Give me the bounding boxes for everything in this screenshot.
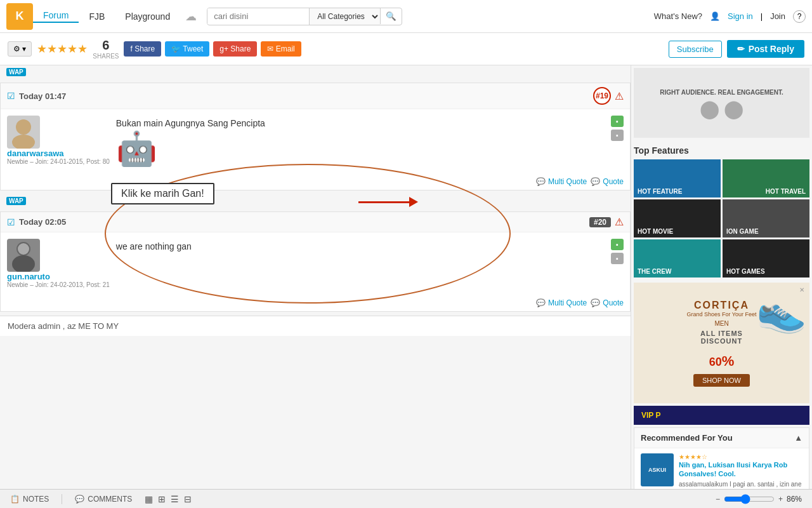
recommended-title: Recommended For You bbox=[641, 433, 733, 443]
top-features-title: Top Features bbox=[634, 143, 809, 159]
zoom-in-icon[interactable]: + bbox=[778, 495, 783, 504]
signin-link[interactable]: Sign in bbox=[728, 11, 753, 21]
feature-the-crew[interactable]: THE CREW bbox=[634, 239, 721, 277]
post-20-green-btn[interactable]: ▪ bbox=[611, 239, 624, 250]
feature-the-crew-label: THE CREW bbox=[638, 268, 671, 275]
rating-stars: ★★★★★ bbox=[37, 42, 88, 56]
post-20-warn-icon: ⚠ bbox=[615, 216, 624, 228]
wap-icon-1: WAP bbox=[6, 68, 26, 76]
nav-forum[interactable]: Forum bbox=[33, 10, 79, 23]
shares-box: 6 SHARES bbox=[93, 38, 119, 60]
post-19-body: danarwarsawa Newbie – Join: 24-01-2015, … bbox=[1, 109, 630, 173]
svg-point-0 bbox=[16, 119, 31, 135]
post-19-warn-icon: ⚠ bbox=[615, 90, 624, 102]
feature-hot-movie[interactable]: HOT MOVIE bbox=[634, 199, 721, 237]
feature-ion-game[interactable]: ION GAME bbox=[723, 199, 809, 237]
page-view-icons: ▦ ⊞ ☰ ⊟ bbox=[145, 494, 192, 504]
join-link[interactable]: Join bbox=[770, 11, 785, 21]
post-19-num-badge[interactable]: #19 bbox=[593, 87, 611, 105]
search-input[interactable] bbox=[207, 8, 309, 24]
feature-hot-feature-label: HOT FEATURE bbox=[638, 188, 682, 195]
post-20-user-info: gun.naruto Newbie – Join: 24-02-2013, Po… bbox=[7, 272, 110, 288]
quote-icon-19: 💬 bbox=[591, 177, 600, 186]
comments-button[interactable]: 💬 COMMENTS bbox=[75, 495, 132, 504]
help-icon[interactable]: ? bbox=[793, 10, 806, 23]
moderator-bar: Modera admin , az ME TO MY bbox=[0, 316, 631, 336]
multiquote-icon-19: 💬 bbox=[536, 177, 546, 186]
subscribe-button[interactable]: Subscribe bbox=[669, 41, 722, 58]
post-19: ☑ Today 01:47 #19 ⚠ bbox=[0, 83, 631, 190]
post-19-grey-btn[interactable]: ▪ bbox=[611, 130, 624, 141]
post-19-content: Bukan main Agungnya Sang Pencipta 🤖 bbox=[116, 116, 605, 167]
post-19-green-btn[interactable]: ▪ bbox=[611, 116, 624, 127]
post-20-quote[interactable]: 💬 Quote bbox=[591, 298, 624, 307]
post-19-time: Today 01:47 bbox=[19, 91, 66, 101]
feature-hot-feature[interactable]: HOT FEATURE bbox=[634, 159, 721, 197]
view-grid-icon[interactable]: ⊞ bbox=[158, 494, 166, 504]
rec-header: Recommended For You ▲ bbox=[634, 428, 809, 448]
check-icon-20: ☑ bbox=[7, 217, 15, 227]
post-20-grey-btn[interactable]: ▪ bbox=[611, 253, 624, 264]
rec-item-0: ASKUI ★★★★☆ Nih gan, Lukisan Ilusi Karya… bbox=[634, 448, 809, 490]
view-single-icon[interactable]: ▦ bbox=[145, 494, 153, 504]
cortica-brand: CORTIÇA bbox=[686, 300, 756, 311]
post-reply-button[interactable]: ✏ Post Reply bbox=[727, 40, 804, 58]
post-20-multiquote[interactable]: 💬 Multi Quote bbox=[536, 298, 587, 307]
gear-button[interactable]: ⚙ ▾ bbox=[8, 41, 32, 57]
cortica-close-icon[interactable]: ✕ bbox=[797, 285, 807, 295]
post-19-text: Bukan main Agungnya Sang Pencipta bbox=[116, 116, 605, 131]
post-20-actions: 💬 Multi Quote 💬 Quote bbox=[1, 295, 630, 311]
view-list-icon[interactable]: ☰ bbox=[171, 494, 179, 504]
rec-text-0[interactable]: Nih gan, Lukisan Ilusi Karya Rob Gonsalv… bbox=[679, 460, 802, 479]
search-button[interactable]: 🔍 bbox=[380, 8, 402, 24]
cortica-inner: CORTIÇA Grand Shoes For Your Feet MEN AL… bbox=[686, 300, 756, 387]
post-20-username[interactable]: gun.naruto bbox=[7, 272, 110, 281]
comments-icon: 💬 bbox=[75, 495, 84, 504]
cortica-discount-label: DISCOUNT bbox=[686, 337, 756, 345]
whats-new-link[interactable]: What's New? bbox=[654, 11, 702, 21]
feature-hot-games[interactable]: HOT GAMES bbox=[723, 239, 809, 277]
rec-thumb-0: ASKUI bbox=[641, 453, 674, 486]
cortica-shop-button[interactable]: SHOP NOW bbox=[693, 374, 750, 387]
category-select[interactable]: All Categories bbox=[309, 8, 380, 25]
post-20-content: we are nothing gan bbox=[116, 239, 605, 288]
logo-button[interactable]: K bbox=[6, 3, 33, 30]
zoom-slider[interactable] bbox=[724, 494, 775, 504]
moderator-sub: admin , az bbox=[38, 321, 76, 331]
svg-point-1 bbox=[12, 135, 35, 149]
post-20-text: we are nothing gan bbox=[116, 239, 605, 254]
rec-stars-0: ★★★★☆ bbox=[679, 453, 802, 460]
share-facebook-button[interactable]: f Share bbox=[124, 41, 161, 57]
post-19-emoji: 🤖 bbox=[116, 131, 605, 167]
nav-fjb[interactable]: FJB bbox=[79, 11, 115, 22]
gplus-button[interactable]: g+ Share bbox=[213, 41, 257, 57]
zoom-out-icon[interactable]: − bbox=[716, 495, 720, 504]
rec-close-button[interactable]: ▲ bbox=[794, 433, 802, 443]
post-19-meta: Newbie – Join: 24-01-2015, Post: 80 bbox=[7, 158, 110, 165]
multiquote-icon-20: 💬 bbox=[536, 298, 546, 307]
rec-info-0: ★★★★☆ Nih gan, Lukisan Ilusi Karya Rob G… bbox=[679, 453, 802, 490]
notes-label: NOTES bbox=[23, 495, 49, 504]
me-to-my-label: ME TO MY bbox=[78, 321, 119, 331]
post-19-multiquote[interactable]: 💬 Multi Quote bbox=[536, 177, 587, 186]
facebook-icon: f bbox=[130, 44, 132, 53]
feature-hot-travel[interactable]: HOT TRAVEL bbox=[723, 159, 809, 197]
post-19-quote[interactable]: 💬 Quote bbox=[591, 177, 624, 186]
post-19-username[interactable]: danarwarsawa bbox=[7, 149, 110, 158]
right-sidebar: RIGHT AUDIENCE. REAL ENGAGEMENT. ⬤ ⬤ Top… bbox=[631, 65, 812, 490]
view-cols-icon[interactable]: ⊟ bbox=[184, 494, 192, 504]
feature-hot-games-label: HOT GAMES bbox=[726, 268, 765, 275]
nav-playground[interactable]: Playground bbox=[115, 11, 180, 22]
post-19-rate-btns: ▪ ▪ bbox=[611, 116, 624, 167]
cortica-shoes-image: 👟 bbox=[756, 288, 807, 335]
tweet-button[interactable]: 🐦 Tweet bbox=[165, 41, 209, 57]
moderator-label: Modera bbox=[8, 321, 36, 331]
notes-button[interactable]: 📋 NOTES bbox=[10, 495, 49, 504]
gplus-icon: g+ bbox=[219, 44, 228, 53]
post-20-body: gun.naruto Newbie – Join: 24-02-2013, Po… bbox=[1, 232, 630, 295]
email-button[interactable]: ✉ Email bbox=[261, 41, 301, 57]
post-20-num[interactable]: #20 bbox=[589, 217, 611, 227]
main-layout: WAP ☑ Today 01:47 #19 ⚠ bbox=[0, 65, 812, 490]
post-20-avatar bbox=[7, 239, 40, 272]
post-20-meta: Newbie – Join: 24-02-2013, Post: 21 bbox=[7, 281, 110, 288]
